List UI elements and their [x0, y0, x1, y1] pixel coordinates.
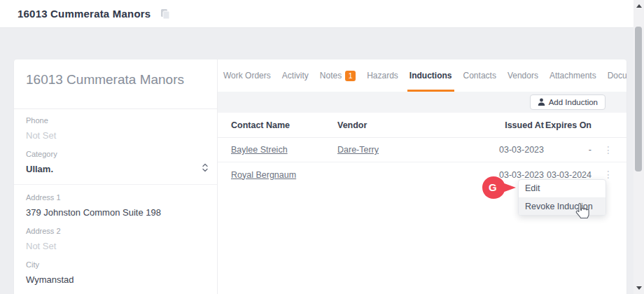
row-kebab-menu-icon[interactable]: ⋮: [603, 145, 613, 155]
tab-hazards[interactable]: Hazards: [361, 59, 404, 92]
tab-documents[interactable]: Documents: [602, 59, 626, 92]
field-value: Not Set: [26, 241, 205, 251]
menu-item-revoke-induction[interactable]: Revoke Induction: [519, 197, 606, 215]
field-label: City: [26, 260, 205, 269]
add-induction-button[interactable]: Add Induction: [530, 94, 606, 110]
marker-label: G: [489, 181, 497, 193]
issued-at-value: 03-03-2023: [474, 145, 544, 155]
field-value: Wymanstad: [26, 274, 205, 285]
menu-item-edit[interactable]: Edit: [519, 180, 606, 197]
col-vendor: Vendor: [337, 120, 474, 130]
table-row: Baylee Streich Dare-Terry 03-03-2023 - ⋮: [218, 138, 626, 162]
field-label: Category: [26, 150, 205, 158]
field-address1: Address 1 379 Johnston Common Suite 198: [26, 193, 205, 218]
tab-contacts[interactable]: Contacts: [458, 59, 502, 92]
notes-count-badge: 1: [345, 71, 356, 81]
table-header-row: Contact Name Vendor Issued At Expires On: [218, 113, 626, 138]
active-tab-underline: [407, 90, 454, 92]
inductions-table: Contact Name Vendor Issued At Expires On…: [218, 113, 626, 187]
tab-attachments[interactable]: Attachments: [544, 59, 602, 92]
vertical-scrollbar[interactable]: [634, 0, 644, 294]
contact-link[interactable]: Baylee Streich: [231, 145, 288, 155]
person-icon: [538, 98, 545, 106]
property-fields: Phone Not Set Category Ullam. Address 1 …: [14, 108, 217, 294]
field-label: Address 2: [26, 227, 205, 235]
expires-on-value: -: [544, 145, 592, 155]
field-value: Not Set: [26, 130, 205, 141]
vendor-link[interactable]: Dare-Terry: [337, 145, 379, 155]
scroll-down-arrow-icon[interactable]: [636, 286, 642, 290]
tab-inductions[interactable]: Inductions: [404, 59, 458, 92]
marker-balloon-icon: [481, 176, 517, 200]
tab-bar: Work Orders Activity Notes1 Hazards Indu…: [218, 59, 626, 92]
field-category[interactable]: Category Ullam.: [14, 150, 217, 185]
row-kebab-menu-icon[interactable]: ⋮: [603, 169, 613, 179]
annotation-marker-g: G: [481, 176, 517, 202]
copy-icon[interactable]: [159, 8, 172, 20]
context-menu: Edit Revoke Induction: [518, 179, 606, 216]
tab-activity[interactable]: Activity: [276, 59, 314, 92]
tab-vendors[interactable]: Vendors: [502, 59, 544, 92]
app-header: 16013 Cummerata Manors: [0, 0, 634, 28]
category-select-value[interactable]: Ullam.: [26, 164, 205, 174]
field-label: Address 1: [26, 193, 205, 202]
property-sidebar: 16013 Cummerata Manors Phone Not Set Cat…: [14, 59, 218, 294]
property-card: 16013 Cummerata Manors Phone Not Set Cat…: [14, 59, 626, 294]
col-contact-name: Contact Name: [231, 120, 337, 130]
scroll-up-arrow-icon[interactable]: [636, 4, 642, 8]
contact-link[interactable]: Royal Bergnaum: [231, 170, 296, 180]
field-city: City Wymanstad: [26, 260, 205, 285]
scrollbar-thumb[interactable]: [635, 27, 642, 172]
expires-on-value: 03-03-2024: [544, 170, 592, 180]
col-expires-on: Expires On: [544, 120, 592, 130]
tab-content: Work Orders Activity Notes1 Hazards Indu…: [218, 59, 626, 294]
field-phone: Phone Not Set: [26, 116, 205, 141]
field-value: 379 Johnston Common Suite 198: [26, 207, 205, 218]
page-title: 16013 Cummerata Manors: [18, 8, 150, 20]
inductions-toolbar: Add Induction: [218, 92, 626, 113]
tab-notes[interactable]: Notes1: [314, 59, 361, 92]
col-issued-at: Issued At: [474, 120, 544, 130]
field-label: Phone: [26, 116, 205, 125]
select-chevrons-icon[interactable]: [202, 162, 209, 176]
property-name: 16013 Cummerata Manors: [14, 59, 217, 108]
tab-work-orders[interactable]: Work Orders: [218, 59, 276, 92]
field-address2: Address 2 Not Set: [26, 227, 205, 251]
